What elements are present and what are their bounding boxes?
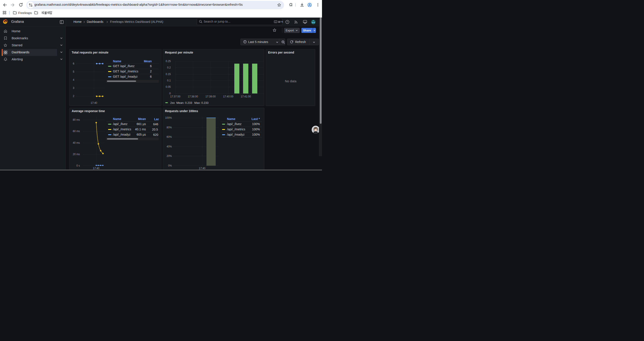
svg-text:?: ? — [287, 21, 288, 23]
